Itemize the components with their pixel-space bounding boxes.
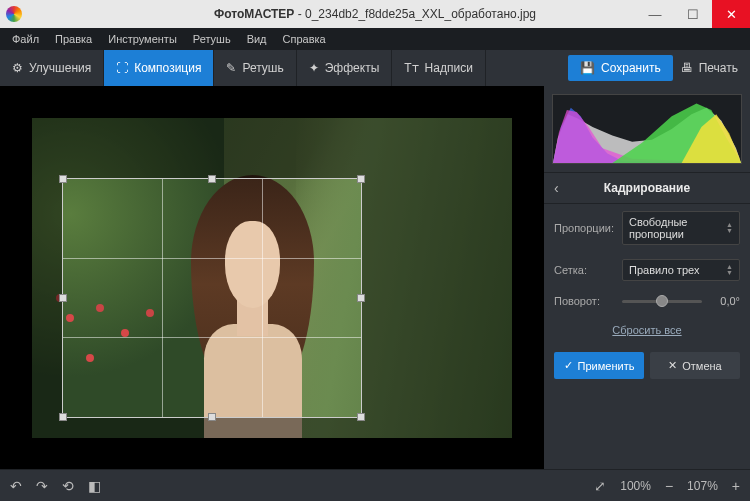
slider-thumb[interactable] [656,295,668,307]
crop-handle-sw[interactable] [59,413,67,421]
wand-icon: ✦ [309,61,319,75]
zoom-out-button[interactable]: − [665,478,673,494]
close-button[interactable]: ✕ [712,0,750,28]
grid-label: Сетка: [554,264,614,276]
side-panel: ‹ Кадрирование Пропорции: Свободные проп… [544,86,750,469]
save-icon: 💾 [580,61,595,75]
photo [32,118,512,438]
undo-button[interactable]: ↶ [10,478,22,494]
print-button[interactable]: 🖶 Печать [681,61,738,75]
save-button[interactable]: 💾 Сохранить [568,55,673,81]
zoom-in-button[interactable]: + [732,478,740,494]
menu-tools[interactable]: Инструменты [102,30,183,48]
canvas-area[interactable] [0,86,544,469]
crop-handle-se[interactable] [357,413,365,421]
menu-view[interactable]: Вид [241,30,273,48]
statusbar: ↶ ↷ ⟲ ◧ ⤢ 100% − 107% + [0,469,750,501]
zoom-fit-label[interactable]: 100% [620,479,651,493]
reset-link[interactable]: Сбросить все [612,324,681,336]
brush-icon: ✎ [226,61,236,75]
tab-retouch[interactable]: ✎ Ретушь [214,50,296,86]
print-icon: 🖶 [681,61,693,75]
minimize-button[interactable]: — [636,0,674,28]
back-icon[interactable]: ‹ [554,180,559,196]
menubar: Файл Правка Инструменты Ретушь Вид Справ… [0,28,750,50]
rotation-slider[interactable] [622,300,702,303]
sliders-icon: ⚙ [12,61,23,75]
close-icon: ✕ [668,359,677,372]
apply-button[interactable]: ✓ Применить [554,352,644,379]
zoom-current-label: 107% [687,479,718,493]
chevron-updown-icon: ▲▼ [726,222,733,234]
menu-retouch[interactable]: Ретушь [187,30,237,48]
menu-edit[interactable]: Правка [49,30,98,48]
crop-handle-e[interactable] [357,294,365,302]
fit-screen-button[interactable]: ⤢ [594,478,606,494]
grid-select[interactable]: Правило трех ▲▼ [622,259,740,281]
panel-title: Кадрирование [604,181,690,195]
proportions-label: Пропорции: [554,222,614,234]
window-title: ФотоМАСТЕР - 0_234db2_f8dde25a_XXL_обраб… [214,7,536,21]
chevron-updown-icon: ▲▼ [726,264,733,276]
history-button[interactable]: ⟲ [62,478,74,494]
crop-handle-w[interactable] [59,294,67,302]
titlebar: ФотоМАСТЕР - 0_234db2_f8dde25a_XXL_обраб… [0,0,750,28]
crop-overlay[interactable] [62,178,362,418]
crop-handle-ne[interactable] [357,175,365,183]
tab-text[interactable]: Tᴛ Надписи [392,50,486,86]
rotation-label: Поворот: [554,295,614,307]
app-icon [6,6,22,22]
toolbar: ⚙ Улучшения ⛶ Композиция ✎ Ретушь ✦ Эффе… [0,50,750,86]
rotation-value: 0,0° [710,295,740,307]
crop-handle-s[interactable] [208,413,216,421]
histogram [552,94,742,164]
panel-header: ‹ Кадрирование [544,172,750,204]
menu-help[interactable]: Справка [277,30,332,48]
redo-button[interactable]: ↷ [36,478,48,494]
menu-file[interactable]: Файл [6,30,45,48]
crop-handle-nw[interactable] [59,175,67,183]
compare-button[interactable]: ◧ [88,478,101,494]
maximize-button[interactable]: ☐ [674,0,712,28]
text-icon: Tᴛ [404,61,418,75]
tab-composition[interactable]: ⛶ Композиция [104,50,214,86]
cancel-button[interactable]: ✕ Отмена [650,352,740,379]
check-icon: ✓ [564,359,573,372]
crop-handle-n[interactable] [208,175,216,183]
tab-enhancements[interactable]: ⚙ Улучшения [0,50,104,86]
tab-effects[interactable]: ✦ Эффекты [297,50,393,86]
crop-icon: ⛶ [116,61,128,75]
proportions-select[interactable]: Свободные пропорции ▲▼ [622,211,740,245]
